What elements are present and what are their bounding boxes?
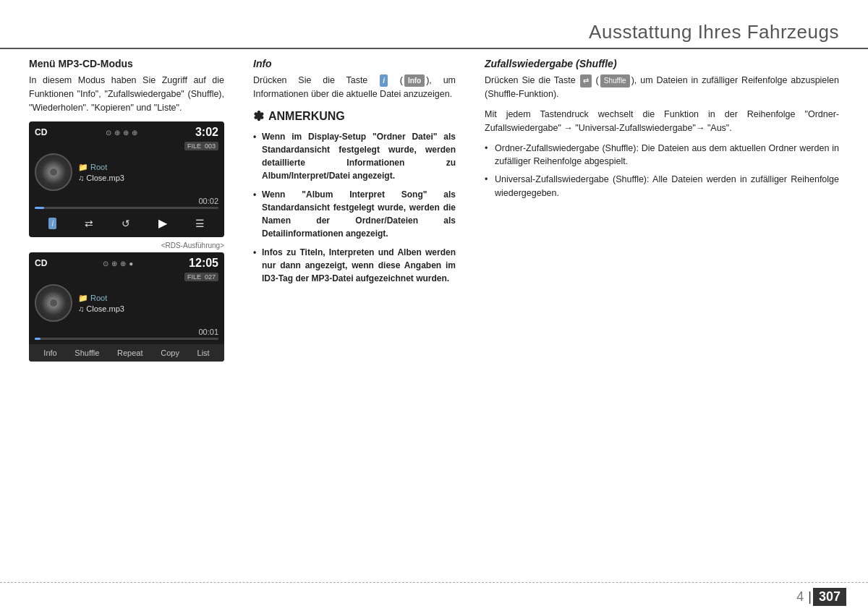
screen2-album-art bbox=[35, 284, 72, 322]
screen1-progress-fill bbox=[35, 207, 44, 209]
screen2-progress: 00:01 bbox=[35, 328, 218, 340]
right-section-title: Zufallswiedergabe (Shuffle) bbox=[485, 58, 839, 69]
repeat-ctrl-btn[interactable]: ↺ bbox=[122, 218, 130, 229]
mid-section-title: Info bbox=[253, 58, 456, 69]
anmerkung-text: ANMERKUNG bbox=[268, 110, 345, 123]
screen-btn-list[interactable]: List bbox=[193, 347, 214, 359]
play-ctrl-btn[interactable]: ▶ bbox=[158, 216, 167, 230]
screen1-time: 3:02 bbox=[195, 126, 218, 139]
anmerkung-title: ✽ ANMERKUNG bbox=[253, 108, 456, 124]
screen1-progress: 00:02 bbox=[35, 197, 218, 209]
screen1-cd-label: CD bbox=[35, 127, 47, 137]
shuffle-badge: Shuffle bbox=[600, 74, 630, 87]
screen2-progress-bar bbox=[35, 338, 218, 340]
screen2-progress-fill bbox=[35, 338, 41, 340]
screen2-file-badge: FILE 027 bbox=[184, 273, 218, 281]
anmerkung-star: ✽ bbox=[253, 108, 264, 124]
right-column: Zufallswiedergabe (Shuffle) Drücken Sie … bbox=[470, 58, 839, 575]
screen2-cd-label: CD bbox=[35, 258, 47, 268]
screen1-progress-bar bbox=[35, 207, 218, 209]
chapter-number: 4 bbox=[796, 589, 807, 604]
screen2-header: CD ⊙ ⊕ ⊕ ● 12:05 bbox=[35, 257, 218, 270]
anmerkung-list: Wenn im Display-Setup "Ordner Datei" als… bbox=[253, 130, 456, 285]
screen2-time: 12:05 bbox=[189, 257, 218, 270]
screen-2: CD ⊙ ⊕ ⊕ ● 12:05 FILE 027 📁 Root ♫ Clo bbox=[29, 252, 224, 362]
screen2-track-info: 📁 Root ♫ Close.mp3 bbox=[78, 294, 218, 313]
right-intro: Drücken Sie die Taste ⇄ (Shuffle), um Da… bbox=[485, 74, 839, 102]
screen1-album-art bbox=[35, 153, 72, 191]
list-ctrl-btn[interactable]: ☰ bbox=[195, 218, 205, 229]
rds-label: <RDS-Ausführung> bbox=[29, 242, 224, 249]
screen-btn-repeat[interactable]: Repeat bbox=[113, 347, 147, 359]
screen1-track: ♫ Close.mp3 bbox=[78, 174, 218, 182]
mid-intro: Drücken Sie die Taste i (Info), um Infor… bbox=[253, 74, 456, 101]
screen2-icons: ⊙ ⊕ ⊕ ● bbox=[103, 260, 133, 268]
screen1-body: 📁 Root ♫ Close.mp3 bbox=[35, 153, 218, 191]
screen1-file-row: 3:02 bbox=[195, 126, 218, 139]
left-intro-text: In diesem Modus haben Sie Zugriff auf di… bbox=[29, 74, 224, 114]
screen2-track: ♫ Close.mp3 bbox=[78, 304, 218, 313]
left-column: Menü MP3-CD-Modus In diesem Modus haben … bbox=[29, 58, 239, 575]
screen1-time-elapsed: 00:02 bbox=[35, 197, 218, 205]
screen2-buttons[interactable]: Info Shuffle Repeat Copy List bbox=[29, 344, 224, 362]
screen1-header: CD ⊙ ⊕ ⊕ ⊕ 3:02 bbox=[35, 126, 218, 139]
middle-column: Info Drücken Sie die Taste i (Info), um … bbox=[239, 58, 470, 575]
screen2-time-elapsed: 00:01 bbox=[35, 328, 218, 336]
page-num: 307 bbox=[813, 588, 846, 606]
right-para2: Mit jedem Tastendruck wechselt die Funkt… bbox=[485, 108, 839, 136]
info-ctrl-btn[interactable]: i bbox=[48, 218, 56, 229]
anmerkung-item-2: Wenn "Album Interpret Song" als Standard… bbox=[253, 188, 456, 240]
info-badge: Info bbox=[404, 74, 425, 87]
right-bullet-2: Universal-Zufallswiedergabe (Shuffle): A… bbox=[485, 173, 839, 200]
shuffle-icon: ⇄ bbox=[580, 74, 592, 87]
screen1-icons: ⊙ ⊕ ⊕ ⊕ bbox=[106, 129, 137, 137]
screen-btn-info[interactable]: Info bbox=[39, 347, 61, 359]
page-header: Ausstattung Ihres Fahrzeugs bbox=[0, 0, 868, 49]
right-bullet-1: Ordner-Zufallswiedergabe (Shuffle): Die … bbox=[485, 142, 839, 169]
screen1-controls[interactable]: i ⇄ ↺ ▶ ☰ bbox=[35, 213, 218, 233]
main-content: Menü MP3-CD-Modus In diesem Modus haben … bbox=[29, 58, 839, 575]
screen1-folder: 📁 Root bbox=[78, 163, 218, 172]
screen2-folder: 📁 Root bbox=[78, 294, 218, 303]
screen1-track-info: 📁 Root ♫ Close.mp3 bbox=[78, 163, 218, 182]
screen-1: CD ⊙ ⊕ ⊕ ⊕ 3:02 FILE 003 📁 R bbox=[29, 121, 224, 237]
info-icon: i bbox=[380, 74, 388, 87]
anmerkung-item-1: Wenn im Display-Setup "Ordner Datei" als… bbox=[253, 130, 456, 182]
screen-btn-shuffle[interactable]: Shuffle bbox=[70, 347, 103, 359]
screen1-file-badge: FILE 003 bbox=[184, 142, 218, 150]
page-number: 4 | 307 bbox=[796, 588, 846, 606]
screen2-body: 📁 Root ♫ Close.mp3 bbox=[35, 284, 218, 322]
right-bullet-list: Ordner-Zufallswiedergabe (Shuffle): Die … bbox=[485, 142, 839, 200]
screen-btn-copy[interactable]: Copy bbox=[156, 347, 184, 359]
header-title: Ausstattung Ihres Fahrzeugs bbox=[589, 21, 839, 43]
left-section-title: Menü MP3-CD-Modus bbox=[29, 58, 224, 69]
page-footer: 4 | 307 bbox=[0, 582, 868, 611]
anmerkung-item-3: Infos zu Titeln, Interpreten und Alben w… bbox=[253, 246, 456, 285]
shuffle-ctrl-btn[interactable]: ⇄ bbox=[85, 218, 93, 229]
